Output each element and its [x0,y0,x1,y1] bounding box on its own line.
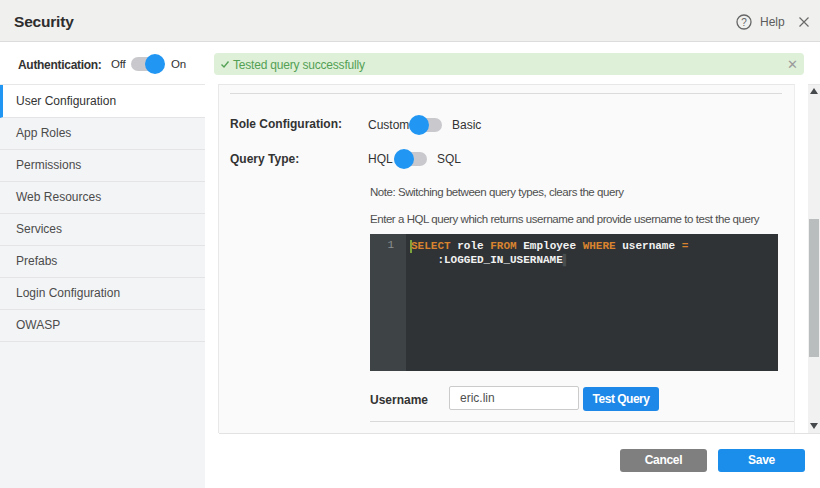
svg-text:?: ? [741,17,747,28]
